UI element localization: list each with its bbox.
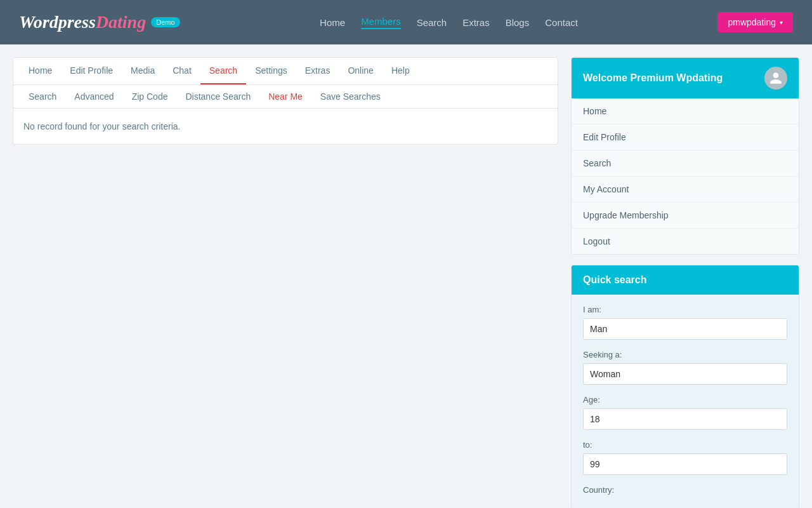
welcome-title: Welcome Premium Wpdating: [583, 72, 723, 84]
i-am-select[interactable]: Man Woman: [583, 318, 787, 340]
sidebar-item-my-account[interactable]: My Account: [572, 177, 799, 203]
age-label: Age:: [583, 395, 787, 404]
right-panel: Welcome Premium Wpdating Home Edit Profi…: [571, 57, 799, 508]
tab-home[interactable]: Home: [20, 58, 61, 84]
sidebar-menu: Home Edit Profile Search My Account Upgr…: [572, 98, 799, 254]
sidebar-item-home[interactable]: Home: [572, 98, 799, 124]
main-nav: Home Members Search Extras Blogs Contact: [320, 16, 578, 29]
nav-search[interactable]: Search: [417, 17, 447, 28]
country-label: Country:: [583, 485, 787, 495]
avatar: [764, 67, 787, 90]
age-field-group: Age:: [583, 395, 787, 438]
tab-search[interactable]: Search: [200, 58, 246, 84]
dropdown-arrow-icon: ▾: [780, 19, 783, 26]
user-name-label: pmwpdating: [728, 17, 776, 27]
age-from-input[interactable]: [583, 408, 787, 430]
quick-search-title: Quick search: [583, 274, 647, 286]
logo-dating: Dating: [96, 12, 146, 32]
left-panel: Home Edit Profile Media Chat Search Sett…: [13, 57, 558, 508]
tab-row-1: Home Edit Profile Media Chat Search Sett…: [13, 58, 558, 85]
tab-row-2: Search Advanced Zip Code Distance Search…: [13, 85, 558, 109]
tab-media[interactable]: Media: [122, 58, 164, 84]
tab-help[interactable]: Help: [383, 58, 419, 84]
demo-badge: Demo: [151, 17, 180, 27]
content-card: Home Edit Profile Media Chat Search Sett…: [13, 57, 558, 145]
age-to-input[interactable]: [583, 453, 787, 475]
i-am-field-group: I am: Man Woman: [583, 305, 787, 347]
age-to-field-group: to:: [583, 440, 787, 483]
nav-extras[interactable]: Extras: [462, 17, 490, 28]
quick-search-card: Quick search I am: Man Woman Seeking a: …: [571, 265, 799, 508]
subtab-save-searches[interactable]: Save Searches: [311, 85, 390, 108]
tab-online[interactable]: Online: [339, 58, 382, 84]
sidebar-item-search[interactable]: Search: [572, 150, 799, 177]
tab-settings[interactable]: Settings: [246, 58, 296, 84]
subtab-zipcode[interactable]: Zip Code: [123, 85, 177, 108]
subtab-search[interactable]: Search: [20, 85, 65, 108]
logo: Wordpress Dating Demo: [19, 12, 180, 32]
subtab-distance-search[interactable]: Distance Search: [176, 85, 259, 108]
country-field-group: Country:: [583, 485, 787, 495]
sidebar-item-edit-profile[interactable]: Edit Profile: [572, 124, 799, 150]
welcome-header: Welcome Premium Wpdating: [572, 58, 799, 98]
tab-extras[interactable]: Extras: [296, 58, 339, 84]
nav-members[interactable]: Members: [361, 16, 401, 29]
welcome-card: Welcome Premium Wpdating Home Edit Profi…: [571, 57, 799, 255]
quick-search-body: I am: Man Woman Seeking a: Woman Man Age…: [572, 295, 799, 508]
tab-chat[interactable]: Chat: [164, 58, 200, 84]
age-to-label: to:: [583, 440, 787, 450]
quick-search-header: Quick search: [572, 265, 799, 295]
seeking-select[interactable]: Woman Man: [583, 363, 787, 385]
logo-wordpress: Wordpress: [19, 12, 96, 32]
subtab-near-me[interactable]: Near Me: [259, 85, 311, 108]
subtab-advanced[interactable]: Advanced: [65, 85, 122, 108]
header: Wordpress Dating Demo Home Members Searc…: [0, 0, 812, 44]
sidebar-item-logout[interactable]: Logout: [572, 229, 799, 254]
sidebar-item-upgrade-membership[interactable]: Upgrade Membership: [572, 203, 799, 229]
no-record-message: No record found for your search criteria…: [13, 109, 558, 144]
i-am-label: I am:: [583, 305, 787, 314]
nav-home[interactable]: Home: [320, 17, 345, 28]
nav-blogs[interactable]: Blogs: [506, 17, 530, 28]
tab-edit-profile[interactable]: Edit Profile: [61, 58, 122, 84]
seeking-label: Seeking a:: [583, 350, 787, 359]
nav-contact[interactable]: Contact: [545, 17, 578, 28]
seeking-field-group: Seeking a: Woman Man: [583, 350, 787, 392]
user-menu-button[interactable]: pmwpdating ▾: [717, 12, 793, 32]
main-layout: Home Edit Profile Media Chat Search Sett…: [0, 44, 812, 508]
